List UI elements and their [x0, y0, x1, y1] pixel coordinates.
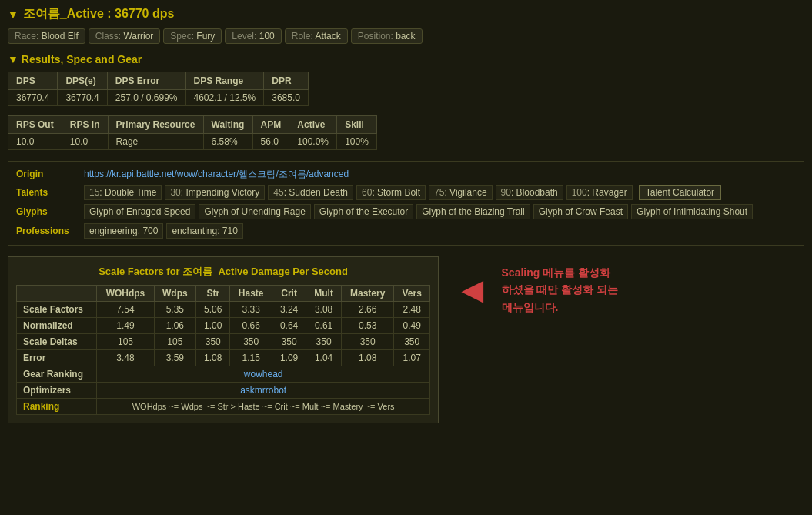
talent-item: 100: Ravager — [566, 185, 633, 200]
scale-cell: 350 — [196, 334, 230, 350]
results-collapse-icon[interactable]: ▼ — [8, 53, 18, 65]
dps-header: DPS Range — [185, 72, 264, 90]
gear-ranking-label: Gear Ranking — [17, 366, 97, 383]
scale-header: Mastery — [341, 286, 393, 302]
scale-row: Error3.483.591.081.151.091.041.081.07 — [17, 350, 430, 366]
char-badge: Class: Warrior — [89, 28, 161, 44]
origin-row: Origin https://kr.api.battle.net/wow/cha… — [16, 168, 796, 181]
glyphs-list: Glyph of Enraged SpeedGlyph of Unending … — [84, 204, 753, 219]
scale-cell: 1.06 — [154, 318, 196, 334]
char-badges: Race: Blood ElfClass: WarriorSpec: FuryL… — [8, 28, 804, 44]
bottom-area: Scale Factors for 조여름_Active Damage Per … — [8, 256, 804, 423]
char-title: 조여름_Active : 36770 dps — [23, 6, 175, 22]
dps-header: DPS Error — [107, 72, 185, 90]
resources-cell: 56.0 — [252, 134, 289, 150]
scale-row-label: Scale Factors — [17, 302, 97, 318]
talents-label: Talents — [16, 187, 78, 198]
char-badge: Position: back — [351, 28, 423, 44]
dps-header: DPR — [264, 72, 309, 90]
scale-row-label: Scale Deltas — [17, 334, 97, 350]
resources-header: Primary Resource — [108, 116, 203, 134]
scale-row: Scale Factors7.545.355.063.333.243.082.6… — [17, 302, 430, 318]
scale-cell: 0.53 — [341, 318, 393, 334]
optimizers-label: Optimizers — [17, 383, 97, 399]
resources-header: RPS Out — [8, 116, 62, 134]
char-badge: Role: Attack — [285, 28, 348, 44]
scale-header: Crit — [272, 286, 306, 302]
dps-cell: 3685.0 — [264, 90, 309, 106]
origin-link[interactable]: https://kr.api.battle.net/wow/character/… — [84, 168, 349, 181]
scale-cell: 1.04 — [306, 350, 342, 366]
talents-row: Talents 15: Double Time30: Impending Vic… — [16, 185, 796, 200]
gear-ranking-value[interactable]: wowhead — [97, 366, 430, 383]
optimizers-row: Optimizersaskmrrobot — [17, 383, 430, 399]
scale-cell: 5.06 — [196, 302, 230, 318]
collapse-icon[interactable]: ▼ — [8, 8, 18, 21]
scale-header: Mult — [306, 286, 342, 302]
scale-cell: 3.24 — [272, 302, 306, 318]
scale-cell: 3.48 — [97, 350, 154, 366]
dps-cell: 4602.1 / 12.5% — [185, 90, 264, 106]
scale-cell: 2.48 — [394, 302, 430, 318]
scale-cell: 7.54 — [97, 302, 154, 318]
scale-row-label: Normalized — [17, 318, 97, 334]
annotation-line1: Scaling 메뉴를 활성화 — [502, 264, 619, 281]
professions-row: Professions engineering: 700enchanting: … — [16, 223, 796, 239]
results-section-header: ▼ Results, Spec and Gear — [8, 53, 804, 65]
arrow-left-icon: ◄ — [454, 272, 491, 309]
scale-header: Str — [196, 286, 230, 302]
scale-cell: 350 — [341, 334, 393, 350]
glyph-item: Glyph of the Blazing Trail — [416, 204, 530, 219]
talent-item: 45: Sudden Death — [268, 185, 353, 200]
scale-cell: 1.08 — [196, 350, 230, 366]
optimizers-link[interactable]: askmrrobot — [240, 385, 286, 396]
dps-header: DPS(e) — [58, 72, 107, 90]
scale-header — [17, 286, 97, 302]
origin-label: Origin — [16, 169, 78, 179]
dps-table: DPSDPS(e)DPS ErrorDPS RangeDPR 36770.436… — [8, 72, 309, 106]
scale-header: Wdps — [154, 286, 196, 302]
glyphs-label: Glyphs — [16, 206, 78, 217]
talent-item: 90: Bloodbath — [496, 185, 563, 200]
resources-table: RPS OutRPS InPrimary ResourceWaitingAPMA… — [8, 115, 377, 150]
glyph-item: Glyph of Enraged Speed — [84, 204, 195, 219]
talent-item: 60: Storm Bolt — [356, 185, 426, 200]
gear-ranking-row: Gear Rankingwowhead — [17, 366, 430, 383]
talent-item: 30: Impending Victory — [165, 185, 265, 200]
char-badge: Spec: Fury — [163, 28, 222, 44]
annotation-text: Scaling 메뉴를 활성화 하셨을 때만 활성화 되는 메뉴입니다. — [502, 264, 619, 316]
ranking-value: WOHdps ~= Wdps ~= Str > Haste ~= Crit ~=… — [97, 399, 430, 415]
talent-item: 75: Vigilance — [429, 185, 493, 200]
resources-header: Active — [289, 116, 337, 134]
resources-cell: 6.58% — [203, 134, 252, 150]
scale-cell: 1.07 — [394, 350, 430, 366]
annotation-area: ◄ Scaling 메뉴를 활성화 하셨을 때만 활성화 되는 메뉴입니다. — [454, 256, 618, 316]
resources-header: APM — [252, 116, 289, 134]
glyph-item: Glyph of the Executor — [314, 204, 413, 219]
scale-cell: 1.08 — [341, 350, 393, 366]
profession-item: engineering: 700 — [84, 223, 163, 239]
scale-factors-table: WOHdpsWdpsStrHasteCritMultMasteryVers Sc… — [16, 285, 430, 415]
ranking-label: Ranking — [17, 399, 97, 415]
scale-header: Haste — [230, 286, 272, 302]
scale-cell: 105 — [97, 334, 154, 350]
resources-cell: 10.0 — [62, 134, 108, 150]
scale-cell: 3.08 — [306, 302, 342, 318]
dps-header: DPS — [8, 72, 58, 90]
glyph-item: Glyph of Unending Rage — [199, 204, 310, 219]
scale-cell: 1.15 — [230, 350, 272, 366]
scale-cell: 350 — [394, 334, 430, 350]
talent-calculator-button[interactable]: Talent Calculator — [639, 185, 721, 200]
annotation-line2: 하셨을 때만 활성화 되는 — [502, 281, 619, 298]
optimizers-value[interactable]: askmrrobot — [97, 383, 430, 399]
dps-cell: 257.0 / 0.699% — [107, 90, 185, 106]
gear-ranking-link[interactable]: wowhead — [244, 369, 283, 380]
scale-cell: 350 — [272, 334, 306, 350]
scale-row: Scale Deltas105105350350350350350350 — [17, 334, 430, 350]
scale-cell: 3.59 — [154, 350, 196, 366]
resources-cell: 100.0% — [289, 134, 337, 150]
scale-cell: 3.33 — [230, 302, 272, 318]
talent-item: 15: Double Time — [84, 185, 162, 200]
profession-item: enchanting: 710 — [166, 223, 242, 239]
dps-cell: 36770.4 — [58, 90, 107, 106]
